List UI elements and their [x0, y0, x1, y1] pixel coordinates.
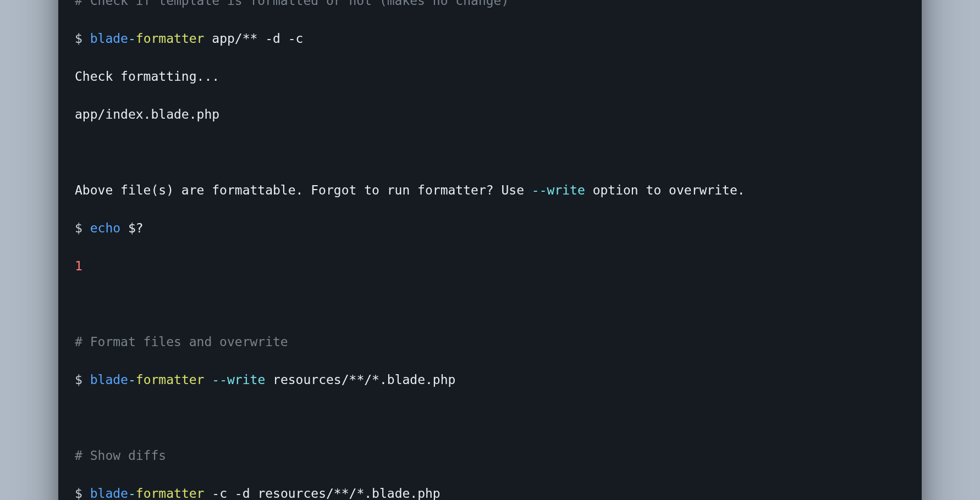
command-name: blade — [90, 31, 128, 46]
comment-line: # Check if template is formatted or not … — [75, 0, 509, 8]
command-args: resources/**/*.blade.php — [265, 373, 455, 387]
command-args: -c -d resources/**/*.blade.php — [212, 486, 440, 500]
command-args: app/** -d -c — [212, 31, 303, 46]
command-dash: - — [128, 373, 136, 387]
exit-code: 1 — [75, 259, 82, 273]
command-args: $? — [120, 221, 144, 235]
command-name: formatter — [136, 31, 212, 46]
command-dash: - — [128, 486, 136, 500]
prompt-symbol: $ — [75, 486, 90, 500]
terminal-window: # Check if template is formatted or not … — [58, 0, 922, 500]
prompt-symbol: $ — [75, 373, 90, 387]
command-dash: - — [128, 31, 136, 46]
command-flag: --write — [212, 373, 265, 387]
output-text: Check formatting... — [75, 69, 219, 84]
command-name: blade — [90, 486, 128, 500]
command-name: formatter — [136, 486, 212, 500]
command-name: blade — [90, 373, 128, 387]
comment-line: # Show diffs — [75, 448, 166, 463]
output-text: app/index.blade.php — [75, 107, 219, 121]
output-text: Above file(s) are formattable. Forgot to… — [75, 183, 532, 197]
prompt-symbol: $ — [75, 31, 90, 46]
flag-text: --write — [532, 183, 585, 197]
command-name: echo — [90, 221, 120, 235]
comment-line: # Format files and overwrite — [75, 335, 288, 349]
command-name: formatter — [136, 373, 212, 387]
prompt-symbol: $ — [75, 221, 90, 235]
output-text: option to overwrite. — [585, 183, 745, 197]
terminal-content[interactable]: # Check if template is formatted or not … — [58, 0, 922, 500]
